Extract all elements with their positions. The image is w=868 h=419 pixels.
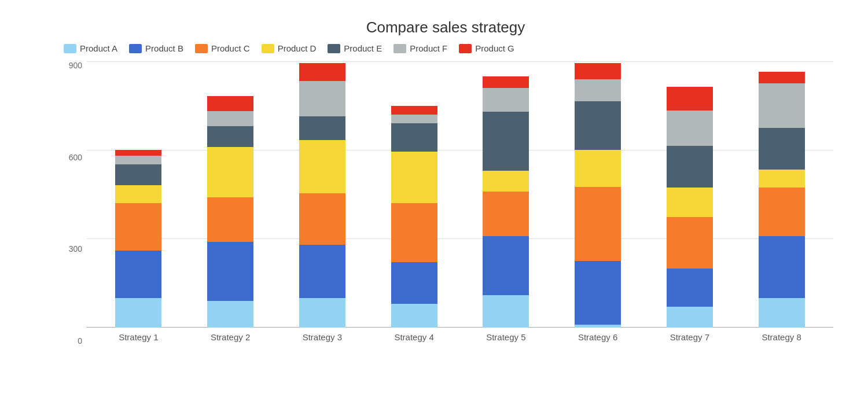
bar-segment-productA xyxy=(759,298,805,328)
bar-segment-productD xyxy=(115,185,161,203)
bar-segment-productD xyxy=(207,147,253,197)
bar-stack xyxy=(299,63,345,328)
chart-container: Compare sales strategy Product A Product… xyxy=(12,7,856,412)
bar-segment-productE xyxy=(115,164,161,185)
bar-segment-productC xyxy=(391,203,437,262)
bar-segment-productF xyxy=(299,81,345,116)
bar-segment-productA xyxy=(483,295,529,328)
bar-segment-productG xyxy=(575,63,621,79)
bar-group xyxy=(296,63,348,328)
bar-segment-productE xyxy=(483,112,529,171)
bar-segment-productB xyxy=(299,245,345,298)
legend-label: Product D xyxy=(278,43,317,53)
bar-segment-productB xyxy=(759,236,805,298)
bar-segment-productF xyxy=(575,79,621,101)
bar-segment-productB xyxy=(207,242,253,301)
legend-label: Product A xyxy=(80,43,117,53)
bar-segment-productG xyxy=(759,72,805,83)
bar-segment-productA xyxy=(299,298,345,328)
bar-segment-productG xyxy=(483,76,529,88)
legend-color xyxy=(129,44,142,53)
bar-segment-productC xyxy=(759,188,805,236)
x-label: Strategy 8 xyxy=(756,332,808,342)
bar-stack xyxy=(391,106,437,328)
bar-segment-productG xyxy=(391,106,437,115)
bar-stack xyxy=(575,63,621,328)
bar-segment-productD xyxy=(575,150,621,187)
bar-segment-productD xyxy=(667,188,713,217)
legend-label: Product G xyxy=(475,43,514,53)
legend-item-product-f: Product F xyxy=(393,43,447,53)
bar-segment-productC xyxy=(207,197,253,242)
y-tick: 0 xyxy=(78,337,82,345)
x-label: Strategy 1 xyxy=(112,332,164,342)
bar-group xyxy=(756,72,808,328)
bar-segment-productC xyxy=(483,192,529,236)
legend-item-product-d: Product D xyxy=(262,43,317,53)
legend-color xyxy=(459,44,472,53)
bar-stack xyxy=(115,150,161,328)
bar-stack xyxy=(207,96,253,328)
bar-group xyxy=(204,96,256,328)
x-label: Strategy 3 xyxy=(296,332,348,342)
bar-segment-productF xyxy=(115,156,161,164)
bar-segment-productG xyxy=(115,150,161,156)
bars-area xyxy=(87,61,833,328)
bar-segment-productA xyxy=(575,325,621,328)
bar-segment-productE xyxy=(391,123,437,152)
bar-segment-productB xyxy=(483,236,529,295)
bar-segment-productA xyxy=(115,298,161,328)
bar-stack xyxy=(759,72,805,328)
bar-segment-productC xyxy=(115,203,161,251)
bar-segment-productG xyxy=(207,96,253,111)
bar-segment-productC xyxy=(575,187,621,261)
bar-segment-productF xyxy=(667,111,713,146)
legend-color xyxy=(328,44,340,53)
bar-segment-productG xyxy=(667,87,713,111)
bar-segment-productE xyxy=(759,128,805,170)
bar-segment-productA xyxy=(667,307,713,328)
bar-segment-productB xyxy=(667,269,713,307)
bar-segment-productE xyxy=(299,116,345,140)
bar-segment-productC xyxy=(667,217,713,269)
bar-group xyxy=(112,150,164,328)
legend-color xyxy=(262,44,274,53)
bar-segment-productD xyxy=(299,140,345,193)
bar-segment-productE xyxy=(207,126,253,147)
bar-group xyxy=(664,87,716,328)
bar-group xyxy=(388,106,440,328)
legend-item-product-a: Product A xyxy=(64,43,117,53)
chart-title: Compare sales strategy xyxy=(58,19,833,36)
bar-segment-productB xyxy=(391,262,437,304)
y-tick: 300 xyxy=(69,245,82,253)
bar-segment-productA xyxy=(391,304,437,328)
bar-group xyxy=(572,63,624,328)
legend-color xyxy=(64,44,76,53)
bar-segment-productD xyxy=(759,170,805,188)
bar-stack xyxy=(667,87,713,328)
bar-segment-productD xyxy=(483,171,529,192)
legend-color xyxy=(393,44,406,53)
x-label: Strategy 6 xyxy=(572,332,624,342)
legend-label: Product E xyxy=(344,43,382,53)
chart-legend: Product A Product B Product C Product D … xyxy=(58,43,833,53)
legend-item-product-c: Product C xyxy=(195,43,250,53)
legend-item-product-b: Product B xyxy=(129,43,183,53)
bar-segment-productG xyxy=(299,63,345,81)
bar-group xyxy=(480,76,532,328)
bar-stack xyxy=(483,76,529,328)
bar-segment-productE xyxy=(667,146,713,188)
x-label: Strategy 4 xyxy=(388,332,440,342)
legend-label: Product B xyxy=(145,43,183,53)
y-tick: 900 xyxy=(69,61,82,69)
chart-body: Strategy 1Strategy 2Strategy 3Strategy 4… xyxy=(87,61,833,345)
bar-segment-productB xyxy=(115,251,161,298)
bar-segment-productA xyxy=(207,301,253,328)
bar-segment-productF xyxy=(207,111,253,126)
x-label: Strategy 5 xyxy=(480,332,532,342)
y-axis: 9006003000 xyxy=(58,61,87,345)
y-tick: 600 xyxy=(69,153,82,161)
bar-segment-productC xyxy=(299,193,345,245)
bar-segment-productF xyxy=(483,88,529,112)
chart-area: 9006003000 Strategy 1Strategy 2Strategy … xyxy=(58,61,833,345)
